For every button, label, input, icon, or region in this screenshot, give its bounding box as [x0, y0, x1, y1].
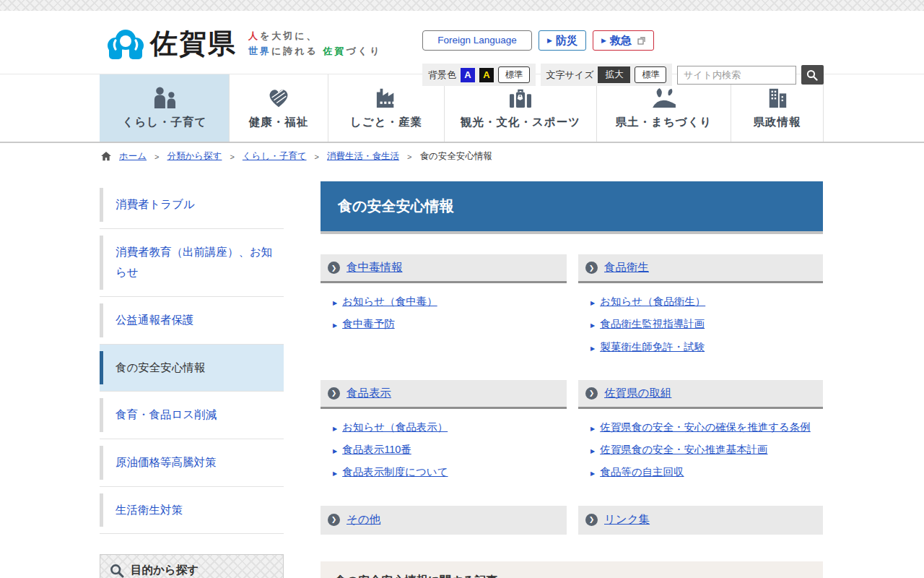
triangle-icon: ▶ — [547, 31, 552, 50]
sidebar: 消費者トラブル 消費者教育（出前講座）、お知らせ 公益通報者保護 食の安全安心情… — [100, 181, 284, 578]
breadcrumb-link[interactable]: 分類から探す — [167, 150, 222, 163]
section-title-link[interactable]: 佐賀県の取組 — [604, 386, 671, 401]
arrow-circle-icon: ❯ — [585, 387, 598, 400]
decorative-pattern-bar — [0, 0, 924, 11]
sub-link[interactable]: 食品表示制度について — [342, 465, 448, 479]
section-other: ❯ その他 — [321, 506, 567, 535]
triangle-icon: ▶ — [333, 426, 337, 432]
list-item: ▶佐賀県食の安全・安心推進基本計画 — [590, 442, 823, 457]
triangle-icon: ▶ — [333, 322, 337, 329]
list-item: ▶食中毒予防 — [333, 316, 567, 331]
bg-blue-button[interactable]: A — [461, 68, 475, 82]
home-icon — [101, 152, 111, 161]
sidebar-item-food-safety[interactable]: 食の安全安心情報 — [100, 345, 284, 392]
arrow-circle-icon: ❯ — [585, 514, 598, 526]
section-title-link[interactable]: 食品表示 — [346, 386, 391, 401]
section-links-collection: ❯ リンク集 — [578, 506, 823, 535]
breadcrumb-separator: > — [315, 152, 319, 161]
bg-standard-button[interactable]: 標準 — [498, 66, 530, 83]
landscape-icon — [651, 87, 677, 108]
section-header: ❯ 佐賀県の取組 — [578, 380, 823, 409]
heart-icon — [266, 87, 291, 108]
triangle-icon: ▶ — [333, 448, 337, 454]
section-food-hygiene: ❯ 食品衛生 ▶お知らせ（食品衛生） ▶食品衛生監視指導計画 ▶製菓衛生師免許・… — [578, 254, 823, 362]
font-standard-button[interactable]: 標準 — [635, 66, 666, 83]
sub-link[interactable]: 食中毒予防 — [342, 316, 395, 331]
section-header: ❯ 食中毒情報 — [321, 254, 567, 283]
site-header: 佐賀県 人を大切に、 世界に誇れる 佐賀づくり Foreign Language… — [0, 11, 924, 74]
section-grid: ❯ 食中毒情報 ▶お知らせ（食中毒） ▶食中毒予防 ❯ 食品衛生 ▶お知らせ（食… — [321, 254, 823, 553]
breadcrumb-link[interactable]: 消費生活・食生活 — [327, 150, 399, 163]
section-title-link[interactable]: 食中毒情報 — [346, 260, 403, 275]
arrow-circle-icon: ❯ — [328, 387, 340, 400]
sub-link[interactable]: 製菓衛生師免許・試験 — [600, 340, 705, 354]
site-logo[interactable]: 佐賀県 人を大切に、 世界に誇れる 佐賀づくり — [107, 25, 381, 62]
sidebar-item-consumer-trouble[interactable]: 消費者トラブル — [100, 181, 284, 229]
triangle-icon: ▶ — [333, 470, 337, 477]
arrow-circle-icon: ❯ — [328, 514, 340, 526]
bg-black-button[interactable]: A — [479, 68, 494, 82]
triangle-icon: ▶ — [590, 426, 595, 432]
sidebar-item-consumer-education[interactable]: 消費者教育（出前講座）、お知らせ — [100, 229, 284, 297]
search-input[interactable] — [677, 66, 796, 85]
breadcrumb-home[interactable]: ホーム — [119, 150, 147, 163]
family-icon — [152, 87, 178, 108]
purpose-search-box: 目的から探す ▶分類から探す — [100, 554, 284, 578]
sidebar-item-whistleblower[interactable]: 公益通報者保護 — [100, 297, 284, 345]
sub-link[interactable]: 食品衛生監視指導計画 — [600, 316, 705, 331]
sidebar-item-shokuiku[interactable]: 食育・食品ロス削減 — [100, 392, 284, 439]
sub-link[interactable]: 佐賀県食の安全・安心推進基本計画 — [600, 442, 767, 457]
arrow-circle-icon: ❯ — [585, 262, 598, 274]
breadcrumb-link[interactable]: くらし・子育て — [243, 150, 307, 163]
section-food-labeling: ❯ 食品表示 ▶お知らせ（食品表示） ▶食品表示110番 ▶食品表示制度について — [321, 380, 567, 488]
purpose-search-header: 目的から探す — [100, 555, 283, 578]
section-title-link[interactable]: 食品衛生 — [604, 260, 649, 275]
purpose-search-title: 目的から探す — [131, 563, 199, 578]
header-utilities: Foreign Language ▶ 防災 ▶ 救急 背景色 A A 標準 — [422, 30, 824, 86]
search-icon — [110, 564, 124, 578]
site-tagline: 人を大切に、 世界に誇れる 佐賀づくり — [248, 29, 381, 58]
section-title-link[interactable]: その他 — [346, 512, 380, 527]
sub-link[interactable]: お知らせ（食品表示） — [342, 420, 448, 434]
triangle-icon: ▶ — [590, 470, 595, 477]
sub-link[interactable]: お知らせ（食品衛生） — [600, 294, 705, 309]
triangle-icon: ▶ — [601, 31, 606, 50]
building-icon — [766, 87, 789, 108]
sub-link[interactable]: お知らせ（食中毒） — [342, 294, 437, 309]
section-title-link[interactable]: リンク集 — [604, 512, 650, 527]
section-header: ❯ リンク集 — [578, 506, 823, 535]
font-large-button[interactable]: 拡大 — [598, 66, 630, 83]
sidebar-item-oil-price[interactable]: 原油価格等高騰対策 — [100, 439, 284, 487]
sub-link[interactable]: 食品表示110番 — [342, 442, 411, 457]
external-link-icon — [637, 37, 645, 45]
sidebar-item-seikatsu-eisei[interactable]: 生活衛生対策 — [100, 487, 284, 535]
section-food-poisoning-info: ❯ 食中毒情報 ▶お知らせ（食中毒） ▶食中毒予防 — [321, 254, 567, 362]
emergency-button[interactable]: ▶ 救急 — [593, 30, 654, 51]
list-item: ▶食品表示制度について — [333, 465, 567, 479]
triangle-icon: ▶ — [590, 322, 595, 329]
main-content: 食の安全安心情報 ❯ 食中毒情報 ▶お知らせ（食中毒） ▶食中毒予防 ❯ 食品衛… — [321, 181, 823, 578]
font-size-label: 文字サイズ — [546, 69, 594, 82]
site-name: 佐賀県 — [150, 25, 237, 62]
foreign-language-button[interactable]: Foreign Language — [422, 30, 532, 51]
disaster-button[interactable]: ▶ 防災 — [539, 30, 586, 51]
list-item: ▶佐賀県食の安全・安心の確保を推進する条例 — [590, 420, 823, 434]
list-item: ▶食品等の自主回収 — [590, 465, 823, 479]
nav-tab-kenko-fukushi[interactable]: 健康・福祉 — [230, 74, 328, 142]
sub-link[interactable]: 食品等の自主回収 — [600, 465, 684, 479]
section-saga-initiatives: ❯ 佐賀県の取組 ▶佐賀県食の安全・安心の確保を推進する条例 ▶佐賀県食の安全・… — [578, 380, 823, 488]
breadcrumb: ホーム > 分類から探す > くらし・子育て > 消費生活・食生活 > 食の安全… — [101, 150, 924, 163]
saga-logo-icon — [107, 28, 144, 60]
list-item: ▶食品衛生監視指導計画 — [590, 316, 823, 331]
page-title: 食の安全安心情報 — [321, 181, 823, 234]
search-icon — [806, 69, 818, 81]
triangle-icon: ▶ — [590, 300, 595, 306]
search-button[interactable] — [801, 65, 824, 85]
breadcrumb-current: 食の安全安心情報 — [419, 150, 492, 163]
triangle-icon: ▶ — [333, 300, 337, 306]
suitcase-icon — [508, 87, 533, 108]
site-search — [677, 65, 824, 85]
list-item: ▶製菓衛生師免許・試験 — [590, 340, 823, 354]
nav-tab-kurashi-kosodate[interactable]: くらし・子育て — [100, 74, 230, 142]
sub-link[interactable]: 佐賀県食の安全・安心の確保を推進する条例 — [600, 420, 811, 434]
